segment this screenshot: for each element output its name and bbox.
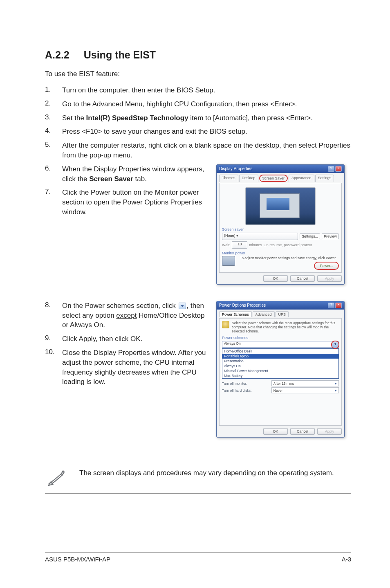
step-number: 6. (45, 164, 62, 173)
step-number: 9. (45, 334, 62, 342)
turn-off-hdd-label: Turn off hard disks: (222, 388, 267, 393)
resume-checkbox-label[interactable]: On resume, password protect (264, 243, 339, 247)
footer-left: ASUS P5B-MX/WiFi-AP (45, 556, 110, 563)
step-item: 4.Press <F10> to save your changes and e… (45, 127, 351, 137)
step-text: On the Power schemes section, click , th… (62, 301, 206, 330)
tab-themes[interactable]: Themes (219, 175, 238, 182)
pencil-note-icon (47, 469, 65, 488)
note-box: The screen displays and procedures may v… (45, 463, 351, 494)
step-item: 3.Set the Intel(R) SpeedStep Technology … (45, 113, 351, 123)
screensaver-preview-button[interactable]: Preview (322, 233, 339, 239)
tab-settings[interactable]: Settings (315, 175, 334, 182)
step-item: 9.Click Apply, then click OK. (45, 334, 206, 344)
close-icon[interactable]: × (335, 166, 342, 172)
step-text: Click Apply, then click OK. (62, 334, 206, 344)
section-number: A.2.2 (45, 49, 69, 61)
screensaver-group-label: Screen saver (222, 227, 339, 231)
wait-label: Wait: (222, 243, 230, 247)
turn-off-monitor-select[interactable]: After 15 mins (271, 380, 339, 386)
screensaver-select[interactable]: (None) ▾ (222, 233, 298, 240)
display-properties-dialog: Display Properties ? × Themes Desktop Sc… (216, 164, 345, 285)
step-number: 5. (45, 141, 62, 149)
power-tabs: Power Schemes Advanced UPS (219, 311, 342, 317)
help-icon[interactable]: ? (328, 303, 334, 308)
opt-portable-laptop[interactable]: Portable/Laptop (222, 354, 338, 359)
step-text: Go to the Advanced Menu, highlight CPU C… (62, 99, 351, 109)
step-text: Turn on the computer, then enter the BIO… (62, 85, 351, 95)
tab-desktop[interactable]: Desktop (239, 175, 258, 182)
display-tabs: Themes Desktop Screen Saver Appearance S… (219, 175, 342, 182)
wait-minutes: minutes (249, 243, 262, 247)
power-options-dialog: Power Options Properties ? × Power Schem… (216, 301, 345, 438)
step-number: 10. (45, 348, 62, 356)
power-plug-icon (222, 321, 229, 328)
monitor-power-group-label: Monitor power (222, 251, 339, 255)
screensaver-preview (245, 187, 316, 225)
footer-right: A-3 (342, 556, 351, 563)
monitor-power-text: To adjust monitor power settings and sav… (240, 256, 339, 260)
display-ok-button[interactable]: OK (263, 275, 288, 282)
step-number: 7. (45, 188, 62, 196)
steps-list-c: 8.On the Power schemes section, click , … (45, 301, 206, 387)
power-cancel-button[interactable]: Cancel (290, 428, 315, 435)
chevron-down-icon (179, 303, 186, 309)
tab-ups[interactable]: UPS (276, 311, 289, 317)
tab-power-schemes[interactable]: Power Schemes (219, 311, 252, 317)
monitor-icon (222, 256, 235, 266)
opt-presentation[interactable]: Presentation (222, 359, 338, 364)
power-dialog-title: Power Options Properties (219, 303, 266, 307)
step-text: Set the Intel(R) SpeedStep Technology it… (62, 113, 351, 123)
step-number: 8. (45, 301, 62, 309)
steps-list-b: 6.When the Display Properties window app… (45, 164, 206, 217)
power-ok-button[interactable]: OK (263, 428, 288, 435)
wait-spinner[interactable]: 10 (232, 241, 247, 249)
turn-off-monitor-label: Turn off monitor: (222, 382, 267, 386)
power-schemes-description: Select the power scheme with the most ap… (232, 321, 339, 334)
lead-text: To use the EIST feature: (45, 70, 351, 78)
step-item: 6.When the Display Properties window app… (45, 164, 206, 184)
chevron-down-icon[interactable]: ▾ (331, 341, 339, 349)
tab-advanced[interactable]: Advanced (253, 311, 275, 317)
step-text: Press <F10> to save your changes and exi… (62, 127, 351, 137)
opt-always-on[interactable]: Always On (222, 364, 338, 368)
step-text: When the Display Properties window appea… (62, 164, 206, 184)
note-text: The screen displays and procedures may v… (79, 469, 334, 477)
opt-max-battery[interactable]: Max Battery (222, 373, 338, 378)
step-item: 8.On the Power schemes section, click , … (45, 301, 206, 330)
tab-appearance[interactable]: Appearance (289, 175, 314, 182)
step-number: 3. (45, 113, 62, 121)
step-number: 4. (45, 127, 62, 135)
screensaver-settings-button[interactable]: Settings... (300, 233, 320, 239)
step-text: After the computer restarts, right click… (62, 141, 351, 160)
display-apply-button[interactable]: Apply (317, 275, 342, 282)
section-title-text: Using the EIST (84, 49, 156, 61)
step-text: Click the Power button on the Monitor po… (62, 188, 206, 217)
step-item: 1.Turn on the computer, then enter the B… (45, 85, 351, 95)
step-item: 7.Click the Power button on the Monitor … (45, 188, 206, 217)
step-item: 2.Go to the Advanced Menu, highlight CPU… (45, 99, 351, 109)
opt-home-office[interactable]: Home/Office Desk (222, 349, 338, 354)
step-number: 2. (45, 99, 62, 108)
power-scheme-options[interactable]: Home/Office Desk Portable/Laptop Present… (222, 348, 339, 379)
power-button[interactable]: Power... (314, 262, 339, 270)
step-number: 1. (45, 85, 62, 94)
display-cancel-button[interactable]: Cancel (290, 275, 315, 282)
steps-list-a: 1.Turn on the computer, then enter the B… (45, 85, 351, 160)
step-item: 10.Close the Display Properties window. … (45, 348, 206, 387)
power-schemes-group-label: Power schemes (222, 336, 339, 340)
power-scheme-select[interactable]: Always On ▾ (222, 341, 339, 348)
opt-minimal-power[interactable]: Minimal Power Management (222, 368, 338, 373)
power-apply-button[interactable]: Apply (317, 428, 342, 435)
step-item: 5.After the computer restarts, right cli… (45, 141, 351, 160)
step-text: Close the Display Properties window. Aft… (62, 348, 206, 387)
page-footer: ASUS P5B-MX/WiFi-AP A-3 (45, 552, 351, 563)
help-icon[interactable]: ? (328, 166, 334, 172)
display-dialog-title: Display Properties (219, 166, 252, 171)
close-icon[interactable]: × (335, 303, 342, 308)
turn-off-hdd-select[interactable]: Never (271, 387, 339, 393)
section-heading: A.2.2 Using the EIST (45, 49, 351, 61)
tab-screen-saver[interactable]: Screen Saver (259, 175, 288, 182)
